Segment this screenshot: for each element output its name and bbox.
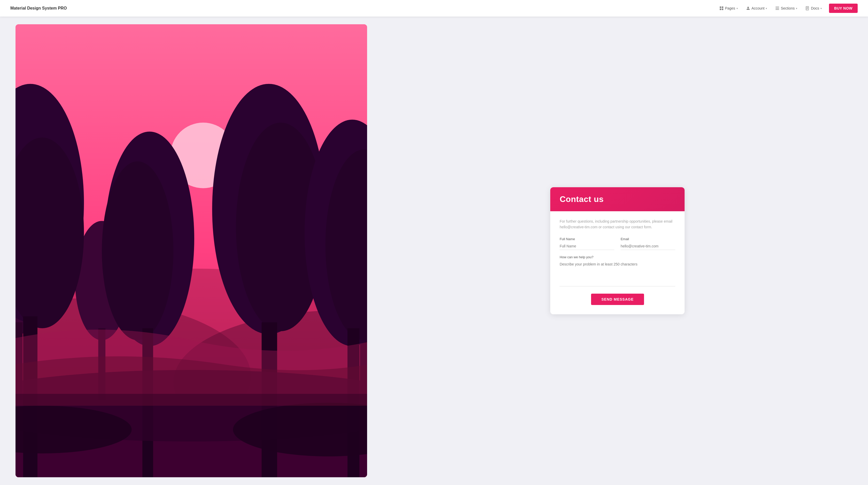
svg-rect-8 — [807, 7, 808, 8]
svg-rect-10 — [807, 9, 808, 9]
email-group: Email — [621, 237, 675, 250]
svg-point-27 — [102, 161, 173, 340]
send-message-button[interactable]: SEND MESSAGE — [591, 294, 644, 305]
account-label: Account — [751, 6, 765, 10]
navbar-right: Pages ▾ Account ▾ Sections ▾ — [716, 4, 858, 13]
message-textarea[interactable] — [560, 261, 675, 286]
email-label: Email — [621, 237, 675, 241]
svg-rect-4 — [776, 7, 779, 7]
svg-rect-1 — [722, 6, 723, 8]
svg-rect-3 — [722, 8, 723, 10]
svg-rect-9 — [807, 8, 808, 8]
email-input[interactable] — [621, 243, 675, 250]
buy-now-button[interactable]: BUY NOW — [829, 4, 858, 13]
sections-label: Sections — [781, 6, 795, 10]
pages-chevron-icon: ▾ — [737, 7, 738, 10]
contact-header: Contact us — [550, 187, 685, 211]
full-name-input[interactable] — [560, 243, 614, 250]
message-group: How can we help you? — [560, 255, 675, 287]
svg-rect-5 — [776, 8, 779, 8]
full-name-group: Full Name — [560, 237, 614, 250]
account-chevron-icon: ▾ — [766, 7, 767, 10]
grid-icon — [719, 6, 723, 10]
hero-image-panel — [16, 24, 367, 477]
contact-title: Contact us — [560, 194, 675, 204]
sections-chevron-icon: ▾ — [796, 7, 797, 10]
docs-label: Docs — [811, 6, 819, 10]
svg-rect-2 — [720, 8, 721, 10]
nav-sections[interactable]: Sections ▾ — [772, 4, 800, 12]
main-content: Contact us For further questions, includ… — [0, 17, 868, 485]
message-label: How can we help you? — [560, 255, 675, 259]
forest-illustration — [16, 24, 367, 477]
navbar: Material Design System PRO Pages ▾ Accou… — [0, 0, 868, 17]
svg-rect-0 — [720, 6, 721, 8]
svg-rect-6 — [776, 9, 779, 10]
name-email-row: Full Name Email — [560, 237, 675, 250]
nav-docs[interactable]: Docs ▾ — [802, 4, 825, 12]
docs-icon — [805, 6, 810, 10]
nav-pages[interactable]: Pages ▾ — [716, 4, 741, 12]
right-panel: Contact us For further questions, includ… — [382, 24, 852, 477]
contact-body: For further questions, including partner… — [550, 211, 685, 315]
nav-account[interactable]: Account ▾ — [743, 4, 770, 12]
contact-card: Contact us For further questions, includ… — [550, 187, 685, 315]
contact-description: For further questions, including partner… — [560, 219, 675, 230]
docs-chevron-icon: ▾ — [820, 7, 822, 10]
full-name-label: Full Name — [560, 237, 614, 241]
pages-label: Pages — [725, 6, 735, 10]
brand-title: Material Design System PRO — [10, 6, 67, 10]
sections-icon — [775, 6, 779, 10]
account-icon — [746, 6, 750, 10]
forest-scene — [16, 24, 367, 477]
